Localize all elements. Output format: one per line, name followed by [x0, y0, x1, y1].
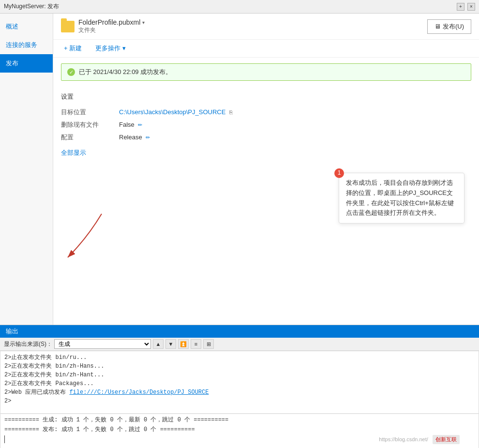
sidebar-item-publish[interactable]: 发布: [0, 54, 53, 73]
output-header: 输出: [0, 325, 479, 338]
folder-icon: [61, 21, 75, 32]
sidebar: 概述 连接的服务 发布: [0, 14, 53, 325]
settings-table: 目标位置 C:\Users\Jacks\Desktop\PJ_SOURCE ⎘ …: [61, 106, 471, 144]
new-button[interactable]: + 新建: [61, 43, 85, 54]
cursor: [4, 435, 5, 443]
profile-sub: 文件夹: [78, 26, 145, 34]
profile-name: FolderProfile.pubxml: [78, 18, 140, 26]
settings-title: 设置: [61, 92, 471, 101]
target-location-link[interactable]: C:\Users\Jacks\Desktop\PJ_SOURCE: [119, 108, 225, 116]
settings-row-config: 配置 Release ✏: [61, 131, 471, 144]
watermark-url: https://blog.csdn.net/: [379, 436, 428, 442]
output-source-select[interactable]: 生成: [54, 339, 151, 349]
output-source-label: 显示输出来源(S)：: [4, 340, 52, 348]
output-panel: 输出 显示输出来源(S)： 生成 ▲ ▼ ⏫ ≡ ⊞ 2>止在发布文件夹 bin…: [0, 325, 479, 448]
annotation-arrow: [58, 209, 116, 267]
settings-label-delete: 删除现有文件: [61, 119, 119, 131]
bubble-number: 1: [334, 168, 344, 178]
scroll-to-top-btn[interactable]: ⏫: [178, 339, 189, 349]
output-line-2: 2>正在发布文件夹 bin/zh-Hans...: [4, 362, 475, 371]
profile-left: FolderProfile.pubxml ▾ 文件夹: [61, 18, 145, 34]
settings-label-target: 目标位置: [61, 106, 119, 119]
show-all-link[interactable]: 全部显示: [61, 149, 86, 157]
settings-row-delete: 删除现有文件 False ✏: [61, 119, 471, 131]
publish-button-label: 发布(U): [443, 22, 464, 31]
clear-btn[interactable]: ⊞: [203, 339, 214, 349]
settings-value-delete: False ✏: [119, 119, 471, 131]
line-wrap-btn[interactable]: ≡: [191, 339, 201, 349]
output-footer-publish: ========== 发布: 成功 1 个，失败 0 个，跳过 0 个 ====…: [4, 425, 475, 434]
annotation-bubble: 1 发布成功后，项目会自动存放到刚才选择的位置，即桌面上的PJ_SOURCE文件…: [339, 173, 464, 224]
publish-button[interactable]: 🖥 发布(U): [427, 19, 471, 34]
output-line-6: 2>: [4, 397, 475, 405]
title-bar: MyNugetServer: 发布 + ×: [0, 0, 479, 14]
profile-name-area: FolderProfile.pubxml ▾: [78, 18, 145, 26]
edit-delete-icon[interactable]: ✏: [138, 122, 142, 128]
annotation-area: 1 发布成功后，项目会自动存放到刚才选择的位置，即桌面上的PJ_SOURCE文件…: [53, 163, 479, 325]
scroll-down-btn[interactable]: ▼: [165, 339, 176, 349]
output-toolbar: 显示输出来源(S)： 生成 ▲ ▼ ⏫ ≡ ⊞: [0, 338, 479, 351]
profile-header: FolderProfile.pubxml ▾ 文件夹 🖥 发布(U): [53, 14, 479, 40]
success-banner: ✓ 已于 2021/4/30 22:09 成功发布。: [61, 63, 471, 81]
app-container: 概述 连接的服务 发布 FolderProfile.pubxml ▾ 文件夹: [0, 14, 479, 448]
title-bar-text: MyNugetServer: 发布: [4, 2, 454, 11]
scroll-up-btn[interactable]: ▲: [153, 339, 164, 349]
config-value: Release: [119, 134, 142, 141]
content-area: FolderProfile.pubxml ▾ 文件夹 🖥 发布(U) + 新建 …: [53, 14, 479, 325]
settings-label-config: 配置: [61, 131, 119, 144]
watermark: https://blog.csdn.net/ 创新互联: [379, 435, 460, 444]
csdn-logo: 创新互联: [433, 435, 460, 444]
settings-value-config: Release ✏: [119, 131, 471, 144]
success-message: 已于 2021/4/30 22:09 成功发布。: [79, 68, 172, 76]
delete-existing-value: False: [119, 121, 135, 128]
edit-config-icon[interactable]: ✏: [146, 134, 150, 141]
copy-icon[interactable]: ⎘: [229, 109, 233, 115]
output-content[interactable]: 2>止在发布文件夹 bin/ru... 2>正在发布文件夹 bin/zh-Han…: [0, 351, 479, 414]
annotation-text: 发布成功后，项目会自动存放到刚才选择的位置，即桌面上的PJ_SOURCE文件夹里…: [346, 179, 454, 216]
sidebar-item-overview[interactable]: 概述: [0, 17, 53, 36]
publish-icon: 🖥: [434, 23, 441, 30]
output-line-3: 2>正在发布文件夹 bin/zh-Hant...: [4, 371, 475, 379]
close-button[interactable]: ×: [467, 3, 475, 11]
main-content: 概述 连接的服务 发布 FolderProfile.pubxml ▾ 文件夹: [0, 14, 479, 325]
settings-value-target: C:\Users\Jacks\Desktop\PJ_SOURCE ⎘: [119, 106, 471, 119]
output-line-5: 2>Web 应用已成功发布 file:///C:/Users/Jacks/Des…: [4, 388, 475, 397]
csdn-logo-text: 创新互联: [435, 436, 457, 443]
success-icon: ✓: [67, 68, 75, 76]
output-line-4: 2>正在发布文件夹 Packages...: [4, 379, 475, 388]
sidebar-item-connected-services[interactable]: 连接的服务: [0, 36, 53, 54]
output-footer-build: ========== 生成: 成功 1 个，失败 0 个，最新 0 个，跳过 0…: [4, 416, 475, 425]
pin-button[interactable]: +: [457, 3, 464, 11]
profile-dropdown-arrow[interactable]: ▾: [142, 20, 145, 25]
settings-row-target: 目标位置 C:\Users\Jacks\Desktop\PJ_SOURCE ⎘: [61, 106, 471, 119]
more-actions-button[interactable]: 更多操作 ▾: [92, 43, 129, 54]
settings-section: 设置 目标位置 C:\Users\Jacks\Desktop\PJ_SOURCE…: [53, 87, 479, 163]
output-publish-link[interactable]: file:///C:/Users/Jacks/Desktop/PJ_SOURCE: [69, 389, 209, 396]
output-line-1: 2>止在发布文件夹 bin/ru...: [4, 353, 475, 362]
toolbar: + 新建 更多操作 ▾: [53, 40, 479, 58]
